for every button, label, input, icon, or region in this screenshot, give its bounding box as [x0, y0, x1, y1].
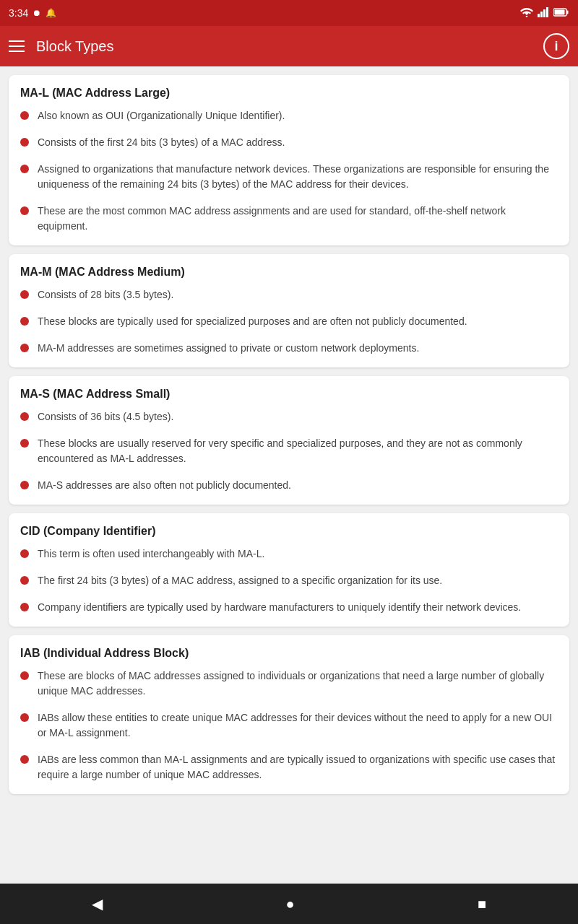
bullet-text: MA-S addresses are also often not public…: [38, 478, 291, 493]
alarm-icon: 🔔: [46, 8, 56, 18]
bullet-text: These blocks are typically used for spec…: [38, 314, 467, 329]
bullet-text: This term is often used interchangeably …: [38, 546, 264, 562]
info-button[interactable]: i: [543, 33, 569, 59]
menu-icon-line2: [9, 45, 25, 47]
app-bar-left: Block Types: [3, 35, 113, 58]
list-item: These are blocks of MAC addresses assign…: [20, 668, 558, 699]
status-right: [520, 7, 569, 19]
list-item: Consists of 36 bits (4.5 bytes).: [20, 409, 558, 424]
home-button[interactable]: ●: [271, 890, 309, 918]
back-icon: ◀: [92, 896, 103, 912]
info-icon: i: [554, 39, 558, 54]
bullet-dot: [20, 111, 29, 120]
card-mas: MA-S (MAC Address Small)Consists of 36 b…: [9, 376, 569, 505]
bullet-text: These are blocks of MAC addresses assign…: [38, 668, 558, 699]
bullet-dot: [20, 713, 29, 722]
recent-button[interactable]: ■: [463, 890, 501, 918]
status-left: 3:34 ⏺ 🔔: [9, 7, 56, 19]
bullet-list-cid: This term is often used interchangeably …: [20, 546, 558, 615]
signal-icon: [538, 7, 549, 19]
list-item: The first 24 bits (3 bytes) of a MAC add…: [20, 573, 558, 588]
bullet-dot: [20, 576, 29, 585]
bottom-nav: ◀ ● ■: [0, 884, 578, 924]
card-cid: CID (Company Identifier)This term is oft…: [9, 513, 569, 627]
list-item: These blocks are typically used for spec…: [20, 314, 558, 329]
card-mam: MA-M (MAC Address Medium)Consists of 28 …: [9, 254, 569, 367]
bullet-list-mam: Consists of 28 bits (3.5 bytes).These bl…: [20, 287, 558, 356]
app-bar: Block Types i: [0, 26, 578, 66]
card-title-mal: MA-L (MAC Address Large): [20, 87, 558, 100]
bullet-text: IABs are less common than MA-L assignmen…: [38, 752, 558, 783]
bullet-dot: [20, 290, 29, 299]
bullet-text: Assigned to organizations that manufactu…: [38, 162, 558, 192]
time-display: 3:34: [9, 7, 28, 19]
card-title-cid: CID (Company Identifier): [20, 525, 558, 538]
bullet-dot: [20, 138, 29, 147]
battery-icon: [553, 7, 569, 19]
bullet-dot: [20, 317, 29, 326]
svg-rect-6: [555, 10, 565, 15]
recent-icon: ■: [478, 896, 486, 912]
svg-rect-3: [546, 7, 548, 17]
list-item: Also known as OUI (Organizationally Uniq…: [20, 108, 558, 123]
bullet-dot: [20, 344, 29, 352]
bullet-text: Also known as OUI (Organizationally Uniq…: [38, 108, 285, 123]
list-item: MA-M addresses are sometimes assigned to…: [20, 341, 558, 356]
page-title: Block Types: [36, 38, 113, 55]
svg-rect-0: [538, 14, 540, 17]
list-item: IABs are less common than MA-L assignmen…: [20, 752, 558, 783]
svg-rect-5: [567, 11, 569, 14]
bullet-dot: [20, 165, 29, 173]
bullet-dot: [20, 481, 29, 489]
bullet-list-iab: These are blocks of MAC addresses assign…: [20, 668, 558, 783]
bullet-text: Consists of the first 24 bits (3 bytes) …: [38, 135, 285, 150]
list-item: MA-S addresses are also often not public…: [20, 478, 558, 493]
bullet-text: Company identifiers are typically used b…: [38, 600, 521, 615]
card-title-mas: MA-S (MAC Address Small): [20, 388, 558, 401]
svg-rect-2: [543, 9, 545, 17]
menu-icon-line3: [9, 51, 25, 52]
bullet-text: These blocks are usually reserved for ve…: [38, 436, 558, 466]
back-button[interactable]: ◀: [77, 889, 117, 918]
bullet-dot: [20, 603, 29, 611]
list-item: These are the most common MAC address as…: [20, 204, 558, 234]
record-icon: ⏺: [33, 8, 41, 18]
content-area: MA-L (MAC Address Large)Also known as OU…: [0, 66, 578, 884]
menu-icon-line1: [9, 40, 25, 42]
bullet-list-mas: Consists of 36 bits (4.5 bytes).These bl…: [20, 409, 558, 493]
list-item: Consists of the first 24 bits (3 bytes) …: [20, 135, 558, 150]
bullet-dot: [20, 439, 29, 448]
menu-button[interactable]: [3, 35, 30, 58]
bullet-text: The first 24 bits (3 bytes) of a MAC add…: [38, 573, 442, 588]
bullet-text: These are the most common MAC address as…: [38, 204, 558, 234]
list-item: Company identifiers are typically used b…: [20, 600, 558, 615]
bullet-text: MA-M addresses are sometimes assigned to…: [38, 341, 419, 356]
bullet-dot: [20, 755, 29, 764]
svg-rect-1: [540, 12, 543, 17]
card-mal: MA-L (MAC Address Large)Also known as OU…: [9, 75, 569, 245]
wifi-icon: [520, 7, 533, 19]
list-item: Assigned to organizations that manufactu…: [20, 162, 558, 192]
bullet-text: Consists of 36 bits (4.5 bytes).: [38, 409, 173, 424]
bullet-dot: [20, 206, 29, 215]
home-icon: ●: [285, 896, 294, 912]
card-title-iab: IAB (Individual Address Block): [20, 647, 558, 660]
bullet-dot: [20, 671, 29, 680]
bullet-dot: [20, 549, 29, 558]
list-item: Consists of 28 bits (3.5 bytes).: [20, 287, 558, 302]
status-bar: 3:34 ⏺ 🔔: [0, 0, 578, 26]
card-iab: IAB (Individual Address Block)These are …: [9, 635, 569, 794]
list-item: This term is often used interchangeably …: [20, 546, 558, 562]
bullet-text: IABs allow these entities to create uniq…: [38, 710, 558, 741]
bullet-text: Consists of 28 bits (3.5 bytes).: [38, 287, 173, 302]
card-title-mam: MA-M (MAC Address Medium): [20, 266, 558, 279]
bullet-dot: [20, 412, 29, 421]
list-item: These blocks are usually reserved for ve…: [20, 436, 558, 466]
bullet-list-mal: Also known as OUI (Organizationally Uniq…: [20, 108, 558, 234]
list-item: IABs allow these entities to create uniq…: [20, 710, 558, 741]
